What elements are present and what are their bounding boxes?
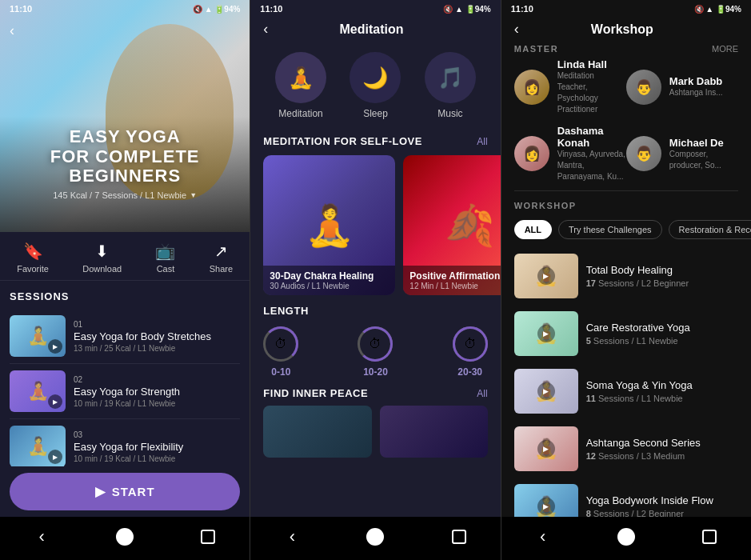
nav-square-1[interactable] xyxy=(196,525,220,549)
session-name-1: Easy Yoga for Body Stretches xyxy=(74,330,240,342)
home-circle-icon xyxy=(116,528,134,546)
play-icon-2: ▶ xyxy=(48,394,62,409)
find-section: FIND INNER PEACE All xyxy=(250,387,500,458)
nav-home-2[interactable] xyxy=(363,525,387,549)
instructor-grid: 👩 Linda Hall Meditation Teacher,Psycholo… xyxy=(501,54,751,187)
hero-meta: 145 Kcal / 7 Sessions / L1 Newbie ▼ xyxy=(0,190,250,200)
category-meditation[interactable]: 🧘 Meditation xyxy=(275,52,326,119)
master-header-row: MASTER MORE xyxy=(501,44,751,54)
nav-home-1[interactable] xyxy=(113,525,137,549)
nav-square-2[interactable] xyxy=(447,525,471,549)
time-3: 11:10 xyxy=(511,4,533,14)
download-button[interactable]: ⬇ Download xyxy=(82,242,122,274)
self-love-all[interactable]: All xyxy=(477,136,487,147)
session-thumb-1: 🧘 ▶ xyxy=(10,315,66,357)
length-0-10[interactable]: ⏱ 0-10 xyxy=(263,326,298,378)
workshop-name-5: Yoga Bodywork Inside Flow xyxy=(586,494,738,506)
cast-label: Cast xyxy=(157,264,175,274)
length-20-30[interactable]: ⏱ 20-30 xyxy=(453,326,488,378)
workshop-info-4: Ashtanga Second Series 12 Sessions / L3 … xyxy=(586,437,738,461)
category-sleep[interactable]: 🌙 Sleep xyxy=(350,52,401,119)
gauge-mid-icon: ⏱ xyxy=(369,337,381,351)
sessions-title: SESSIONS xyxy=(10,281,240,309)
more-button[interactable]: MORE xyxy=(712,44,738,54)
instructor-sub-linda: Meditation Teacher,Psychology Practition… xyxy=(557,70,626,115)
workshop-item-5[interactable]: 🧘 ▶ Yoga Bodywork Inside Flow 8 Sessions… xyxy=(501,478,751,517)
avatar-michael: 👨 xyxy=(626,136,661,171)
meditation-header: ‹ Meditation xyxy=(250,18,500,46)
chakra-card[interactable]: 🧘 30-Day Chakra Healing 30 Audios / L1 N… xyxy=(263,155,395,295)
status-icons-1: 🔇 ▲ 🔋94% xyxy=(193,5,240,14)
nav-back-2[interactable]: ‹ xyxy=(280,525,304,549)
divider-1 xyxy=(514,190,738,191)
nav-square-3[interactable] xyxy=(697,525,721,549)
avatar-linda: 👩 xyxy=(514,70,549,105)
session-item[interactable]: 🧘 ▶ 01 Easy Yoga for Body Stretches 13 m… xyxy=(10,309,240,364)
find-title: FIND INNER PEACE xyxy=(263,387,368,399)
workshop-name-4: Ashtanga Second Series xyxy=(586,437,738,449)
length-options: ⏱ 0-10 ⏱ 10-20 ⏱ 20-30 xyxy=(263,326,487,378)
session-num-3: 03 xyxy=(74,430,240,439)
session-info-2: 02 Easy Yoga for Strength 10 min / 19 Kc… xyxy=(74,375,240,408)
find-all[interactable]: All xyxy=(477,388,487,399)
workshop-item-1[interactable]: 🧘 ▶ Total Body Healing 17 Sessions / L2 … xyxy=(501,247,751,305)
workshop-play-3: ▶ xyxy=(537,382,555,400)
instructor-michael[interactable]: 👨 Michael De Composer,producer, So... xyxy=(626,120,738,187)
filter-challenges[interactable]: Try these Challenges xyxy=(558,220,662,239)
session-item[interactable]: 🧘 ▶ 03 Easy Yoga for Flexibility 10 min … xyxy=(10,419,240,466)
home-circle-icon-3 xyxy=(617,528,635,546)
filter-bar: ALL Try these Challenges Restoration & R… xyxy=(501,215,751,247)
back-button-ws[interactable]: ‹ xyxy=(514,21,519,38)
nav-back-1[interactable]: ‹ xyxy=(30,525,54,549)
sessions-section: SESSIONS 🧘 ▶ 01 Easy Yoga for Body Stret… xyxy=(0,281,250,466)
instructor-dashama[interactable]: 👩 Dashama Konah Vinyasa, Ayurveda,Mantra… xyxy=(514,120,626,187)
category-label-music: Music xyxy=(437,108,462,119)
session-meta-2: 10 min / 19 Kcal / L1 Newbie xyxy=(74,399,240,408)
workshop-list: 🧘 ▶ Total Body Healing 17 Sessions / L2 … xyxy=(501,247,751,517)
back-button-med[interactable]: ‹ xyxy=(263,21,268,38)
workshop-thumb-5: 🧘 ▶ xyxy=(514,484,578,517)
meditation-panel: 11:10 🔇 ▲ 🔋94% ‹ Meditation 🧘 Meditation… xyxy=(250,0,501,560)
session-name-2: Easy Yoga for Strength xyxy=(74,386,240,398)
find-cards xyxy=(263,406,487,458)
category-music[interactable]: 🎵 Music xyxy=(425,52,476,119)
session-item[interactable]: 🧘 ▶ 02 Easy Yoga for Strength 10 min / 1… xyxy=(10,364,240,419)
instructor-info-mark: Mark Dabb Ashtanga Ins... xyxy=(669,75,723,98)
instructor-mark[interactable]: 👨 Mark Dabb Ashtanga Ins... xyxy=(626,54,738,120)
workshop-item-4[interactable]: 🧘 ▶ Ashtanga Second Series 12 Sessions /… xyxy=(501,420,751,478)
hero-image: ‹ EASY YOGAFOR COMPLETEBEGINNERS 145 Kca… xyxy=(0,0,250,232)
start-button[interactable]: ▶ START xyxy=(10,473,240,510)
instructor-sub-dashama: Vinyasa, Ayurveda,Mantra, Paranayama, Ku… xyxy=(557,149,626,182)
workshop-item-2[interactable]: 🧘 ▶ Care Restorative Yoga 5 Sessions / L… xyxy=(501,305,751,362)
filter-all[interactable]: ALL xyxy=(514,220,552,239)
status-bar-2: 11:10 🔇 ▲ 🔋94% xyxy=(250,0,500,18)
meditation-cards: 🧘 30-Day Chakra Healing 30 Audios / L1 N… xyxy=(250,152,500,305)
status-bar-1: 11:10 🔇 ▲ 🔋94% xyxy=(0,0,250,18)
workshop-meta-4: 12 Sessions / L3 Medium xyxy=(586,451,738,461)
filter-restoration[interactable]: Restoration & Recovery xyxy=(669,220,751,239)
affirmation-card[interactable]: 🍂 ▶ Positive Affirmation 12 Min / L1 New… xyxy=(403,155,500,295)
back-button-hero[interactable]: ‹ xyxy=(10,22,14,39)
find-card-1[interactable] xyxy=(263,406,371,458)
workshop-thumb-4: 🧘 ▶ xyxy=(514,426,578,471)
workshop-panel: 11:10 🔇 ▲ 🔋94% ‹ Workshop MASTER MORE 👩 … xyxy=(501,0,751,560)
share-button[interactable]: ↗ Share xyxy=(210,242,233,274)
gauge-high-icon: ⏱ xyxy=(464,337,477,351)
workshop-meta-3: 11 Sessions / L1 Newbie xyxy=(586,394,738,403)
nav-back-3[interactable]: ‹ xyxy=(531,525,555,549)
length-10-20[interactable]: ⏱ 10-20 xyxy=(358,326,393,378)
instructor-info-michael: Michael De Composer,producer, So... xyxy=(669,137,724,171)
find-card-2[interactable] xyxy=(380,406,488,458)
start-play-icon: ▶ xyxy=(95,484,106,499)
cast-button[interactable]: 📺 Cast xyxy=(155,242,175,274)
workshop-name-1: Total Body Healing xyxy=(586,264,738,276)
share-label: Share xyxy=(210,264,233,274)
instructor-sub-mark: Ashtanga Ins... xyxy=(669,87,723,98)
favorite-button[interactable]: 🔖 Favorite xyxy=(17,242,49,274)
nav-home-3[interactable] xyxy=(614,525,638,549)
instructor-linda[interactable]: 👩 Linda Hall Meditation Teacher,Psycholo… xyxy=(514,54,626,120)
workshop-play-5: ▶ xyxy=(537,498,555,515)
workshop-item-3[interactable]: 🧘 ▶ Soma Yoga & Yin Yoga 11 Sessions / L… xyxy=(501,362,751,420)
yoga-panel: 11:10 🔇 ▲ 🔋94% ‹ EASY YOGAFOR COMPLETEBE… xyxy=(0,0,250,560)
hero-title: EASY YOGAFOR COMPLETEBEGINNERS xyxy=(0,127,250,186)
